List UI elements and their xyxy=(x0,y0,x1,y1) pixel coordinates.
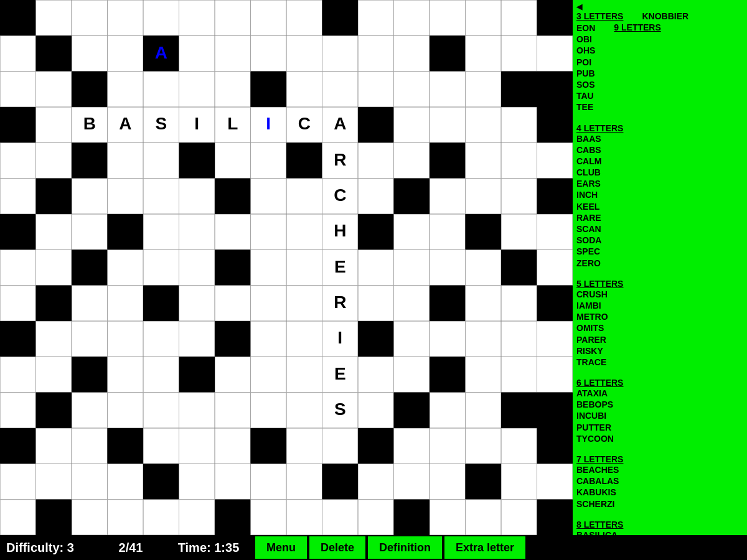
action-buttons: Menu Delete Definition Extra letter xyxy=(255,536,530,559)
counter-display: 2/41 xyxy=(100,541,162,555)
word-list-panel[interactable]: ◀ 3 LETTERSKNOBBIEREONOBIOHSPOIPUBSOSTAU… xyxy=(573,0,747,535)
bottom-bar: Difficulty: 3 2/41 Time: 1:35 Menu Delet… xyxy=(0,535,747,560)
definition-button[interactable]: Definition xyxy=(368,536,442,559)
word-list-content: 3 LETTERSKNOBBIEREONOBIOHSPOIPUBSOSTAUTE… xyxy=(576,11,743,535)
extra-letter-button[interactable]: Extra letter xyxy=(444,536,525,559)
difficulty-display: Difficulty: 3 xyxy=(0,541,100,555)
crossword-grid[interactable] xyxy=(0,0,573,535)
scroll-arrow-top[interactable]: ◀ xyxy=(576,2,743,11)
crossword-area xyxy=(0,0,573,535)
timer-display: Time: 1:35 xyxy=(162,541,255,555)
menu-button[interactable]: Menu xyxy=(255,536,307,559)
delete-button[interactable]: Delete xyxy=(309,536,365,559)
